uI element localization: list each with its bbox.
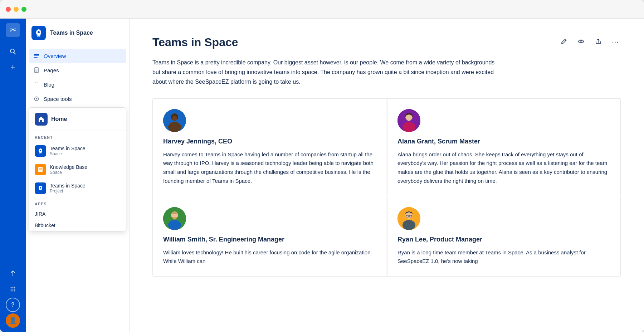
more-button[interactable]: ··· xyxy=(610,36,621,47)
svg-point-37 xyxy=(172,116,177,121)
recent-name-2: Teams in Space xyxy=(50,183,86,189)
svg-point-48 xyxy=(402,220,415,230)
avatar-3 xyxy=(397,207,420,230)
space-title: Teams in Space xyxy=(50,30,93,36)
svg-point-6 xyxy=(11,289,12,290)
svg-point-23 xyxy=(40,150,41,151)
svg-line-1 xyxy=(14,53,16,54)
svg-point-7 xyxy=(11,290,12,292)
blog-label: Blog xyxy=(44,82,54,88)
recent-item-teams-in-space-space[interactable]: Teams in Space Space xyxy=(29,142,126,160)
recent-sub-2: Project xyxy=(50,189,86,194)
recent-icon-0 xyxy=(35,145,46,157)
svg-point-9 xyxy=(14,289,15,290)
svg-point-21 xyxy=(36,98,37,99)
svg-point-44 xyxy=(168,220,181,230)
help-nav-icon[interactable]: ? xyxy=(6,298,20,312)
team-card-2: William Smith, Sr. Engineering Manager W… xyxy=(153,197,386,277)
svg-point-32 xyxy=(580,41,582,43)
member-bio-3: Ryan is a long time team member at Teams… xyxy=(397,248,610,266)
overview-icon xyxy=(33,52,40,59)
recent-text-0: Teams in Space Space xyxy=(50,146,86,156)
apps-section-label: APPS xyxy=(29,197,126,208)
member-bio-0: Harvey comes to Teams in Space having le… xyxy=(163,150,376,186)
home-item[interactable]: Home xyxy=(29,108,126,131)
recent-name-0: Teams in Space xyxy=(50,146,86,151)
home-label: Home xyxy=(51,116,67,122)
create-nav-icon[interactable]: + xyxy=(6,60,20,74)
avatar-0 xyxy=(163,109,186,132)
avatar-1 xyxy=(397,109,420,132)
titlebar xyxy=(0,0,644,19)
svg-point-40 xyxy=(402,122,415,132)
recent-section-label: RECENT xyxy=(29,131,126,142)
svg-point-8 xyxy=(14,287,15,288)
member-name-1: Alana Grant, Scrum Master xyxy=(397,138,610,145)
maximize-button[interactable] xyxy=(21,7,26,12)
user-avatar-nav[interactable]: 👤 xyxy=(6,313,20,328)
watch-button[interactable] xyxy=(575,36,587,47)
svg-point-35 xyxy=(168,122,181,132)
recent-icon-1 xyxy=(35,164,46,175)
member-bio-1: Alana brings order out of chaos. She kee… xyxy=(397,150,610,186)
member-name-2: William Smith, Sr. Engineering Manager xyxy=(163,236,376,243)
close-button[interactable] xyxy=(6,7,11,12)
recent-sub-0: Space xyxy=(50,151,86,156)
send-nav-icon[interactable] xyxy=(6,266,20,280)
team-card-1: Alana Grant, Scrum Master Alana brings o… xyxy=(387,99,621,196)
minimize-button[interactable] xyxy=(14,7,19,12)
sidebar-item-pages[interactable]: Pages xyxy=(29,63,126,77)
space-nav: Overview Pages " Blog xyxy=(26,47,129,107)
global-nav: ✂ + xyxy=(0,19,26,332)
blog-icon: " xyxy=(33,81,40,88)
space-header[interactable]: Teams in Space xyxy=(26,19,129,47)
page-title: Teams in Space xyxy=(152,36,238,49)
sidebar-item-blog[interactable]: " Blog xyxy=(29,77,126,92)
space-tools-icon xyxy=(33,95,40,102)
member-name-3: Ryan Lee, Product Manager xyxy=(397,236,610,243)
svg-line-30 xyxy=(565,40,566,41)
recent-text-2: Teams in Space Project xyxy=(50,183,86,194)
app-body: ✂ + xyxy=(0,19,644,332)
recent-name-1: Knowledge Base xyxy=(50,164,87,170)
page-description: Teams in Space is a pretty incredible co… xyxy=(152,58,496,87)
svg-point-41 xyxy=(406,116,411,121)
pages-label: Pages xyxy=(44,67,59,73)
main-content: Teams in Space xyxy=(130,19,644,332)
sidebar-item-space-tools[interactable]: Space tools xyxy=(29,92,126,106)
recent-item-teams-in-space-project[interactable]: Teams in Space Project xyxy=(29,179,126,197)
space-sidebar: Teams in Space Overview xyxy=(26,19,130,332)
recent-icon-2 xyxy=(35,182,46,194)
recent-text-1: Knowledge Base Space xyxy=(50,164,87,175)
recent-item-knowledge-base[interactable]: Knowledge Base Space xyxy=(29,160,126,179)
svg-point-10 xyxy=(14,290,15,292)
team-card-0: Harvey Jennings, CEO Harvey comes to Tea… xyxy=(153,99,386,196)
overview-label: Overview xyxy=(44,53,66,59)
edit-button[interactable] xyxy=(558,36,570,47)
bitbucket-label: Bitbucket xyxy=(35,223,55,228)
member-bio-2: William loves technology! He built his c… xyxy=(163,248,376,266)
team-card-3: Ryan Lee, Product Manager Ryan is a long… xyxy=(387,197,621,277)
svg-point-4 xyxy=(13,290,14,292)
recent-sub-1: Space xyxy=(50,170,87,175)
app-window: ✂ + xyxy=(0,0,644,332)
svg-rect-24 xyxy=(38,167,43,172)
apps-item-bitbucket[interactable]: Bitbucket xyxy=(29,220,126,231)
page-header: Teams in Space xyxy=(152,36,621,49)
svg-point-2 xyxy=(13,287,14,288)
apps-item-jira[interactable]: JIRA xyxy=(29,208,126,220)
menu-nav-icon[interactable] xyxy=(6,282,20,296)
svg-point-5 xyxy=(11,287,12,288)
pages-icon xyxy=(33,67,40,74)
svg-point-29 xyxy=(40,187,41,189)
search-nav-icon[interactable] xyxy=(6,44,20,59)
sidebar-item-overview[interactable]: Overview xyxy=(29,49,126,63)
jira-label: JIRA xyxy=(35,211,45,217)
svg-point-12 xyxy=(38,31,40,33)
share-button[interactable] xyxy=(592,36,604,47)
logo-nav-icon[interactable]: ✂ xyxy=(6,23,20,37)
svg-point-3 xyxy=(13,289,14,290)
member-name-0: Harvey Jennings, CEO xyxy=(163,138,376,145)
avatar-2 xyxy=(163,207,186,230)
space-tools-label: Space tools xyxy=(44,96,72,102)
